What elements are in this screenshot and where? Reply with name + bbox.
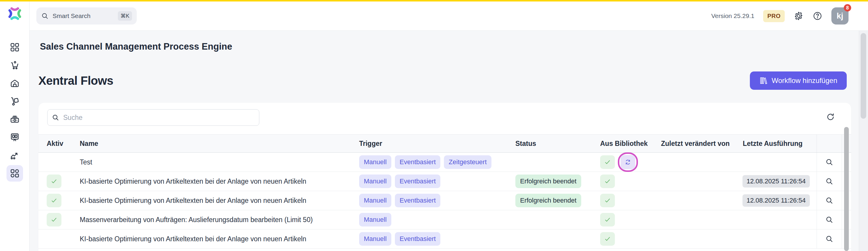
row-detail-search-button[interactable] xyxy=(823,213,836,226)
workflow-name: Massenverarbeitung von Aufträgen: Auslie… xyxy=(80,210,313,229)
column-header-zuletzt-ver-ndert-von: Zuletzt verändert von xyxy=(661,135,730,152)
page-header: Xentral Flows Workflow hinzufügen xyxy=(38,71,847,90)
cell-trigger: Manuell xyxy=(359,210,391,229)
library-books-icon xyxy=(759,76,768,85)
check-icon xyxy=(604,178,611,185)
sidebar-item-warehouse[interactable] xyxy=(6,75,23,92)
cell-letzte-ausfuehrung: 12.08.2025 11:26:54 xyxy=(743,191,810,210)
warehouse-icon xyxy=(10,78,20,88)
page-scrollbar[interactable] xyxy=(859,31,868,251)
cell-actions xyxy=(816,172,842,191)
trigger-chip: Manuell xyxy=(359,194,391,207)
column-header-letzte-ausf-hrung: Letzte Ausführung xyxy=(743,135,802,152)
row-detail-search-button[interactable] xyxy=(823,232,836,245)
cell-aus-bibliothek xyxy=(600,153,638,171)
xentral-logo-icon xyxy=(6,5,23,22)
gear-icon xyxy=(794,11,804,21)
sidebar-nav xyxy=(0,39,29,183)
workflow-name: Test xyxy=(80,153,92,171)
check-icon xyxy=(604,158,611,166)
help-button[interactable] xyxy=(812,11,823,21)
search-icon xyxy=(825,216,833,224)
pos-screen-icon xyxy=(10,132,20,142)
row-detail-search-button[interactable] xyxy=(823,194,836,207)
search-icon xyxy=(41,12,49,20)
active-check-toggle[interactable] xyxy=(46,194,61,207)
sidebar-item-dashboard-grid[interactable] xyxy=(6,39,23,56)
search-icon xyxy=(52,114,59,121)
workflow-name: KI-basierte Optimierung von Artikeltexte… xyxy=(80,229,306,248)
column-header-actions xyxy=(816,135,842,152)
active-check-toggle[interactable] xyxy=(46,175,61,188)
keyboard-shortcut-badge: ⌘K xyxy=(118,11,132,21)
workflow-row: Massenverarbeitung von Aufträgen: Auslie… xyxy=(38,210,851,229)
cell-aus-bibliothek xyxy=(600,172,615,191)
column-header-trigger: Trigger xyxy=(359,135,382,152)
status-badge: Erfolgreich beendet xyxy=(515,175,581,188)
workflow-row: TestManuellEventbasiertZeitgesteuert xyxy=(38,153,851,172)
cell-trigger: ManuellEventbasiert xyxy=(359,191,440,210)
sidebar-item-finance-banknote[interactable] xyxy=(6,111,23,128)
sidebar-item-flows[interactable] xyxy=(6,165,23,182)
workflow-row: KI-basierte Optimierung von Artikeltexte… xyxy=(38,172,851,191)
cell-letzte-ausfuehrung xyxy=(743,229,810,248)
check-icon xyxy=(50,216,58,223)
logistics-handtruck-icon xyxy=(10,96,20,106)
table-search-input[interactable] xyxy=(63,114,255,122)
library-check-badge xyxy=(600,155,615,169)
sidebar-item-logistics-handtruck[interactable] xyxy=(6,93,23,109)
column-header-name: Name xyxy=(80,135,98,152)
workflow-row: KI-basierte Optimierung von Artikeltexte… xyxy=(38,191,851,210)
annotation-highlight-ring xyxy=(618,152,638,172)
sales-cart-icon xyxy=(10,60,20,70)
sidebar-item-sales-cart[interactable] xyxy=(6,57,23,73)
trigger-chip: Manuell xyxy=(359,213,391,226)
trigger-chip: Manuell xyxy=(359,155,391,169)
search-icon xyxy=(52,114,59,121)
column-header-aus-bibliothek: Aus Bibliothek xyxy=(600,135,648,152)
search-icon xyxy=(41,12,49,20)
last-run-badge: 12.08.2025 11:26:54 xyxy=(742,194,810,207)
last-run-badge: 12.08.2025 11:26:54 xyxy=(742,175,810,188)
sidebar-item-analytics-trend[interactable] xyxy=(6,147,23,164)
top-accent-strip xyxy=(0,0,868,1)
row-detail-search-button[interactable] xyxy=(823,175,836,188)
column-header-status: Status xyxy=(515,135,536,152)
cell-actions xyxy=(816,153,842,171)
refresh-button[interactable] xyxy=(824,111,837,123)
library-sync-button[interactable] xyxy=(621,155,635,169)
topbar: Smart Search ⌘K Version 25.29.1 PRO kj 8 xyxy=(30,1,868,31)
cell-aktiv xyxy=(46,210,61,229)
gear-icon xyxy=(794,11,804,21)
notification-badge: 8 xyxy=(844,4,851,11)
workflows-panel: AktivNameTriggerStatusAus BibliothekZule… xyxy=(38,103,851,251)
cell-trigger: ManuellEventbasiert xyxy=(359,172,440,191)
user-menu[interactable]: kj 8 xyxy=(831,7,848,25)
xentral-logo[interactable] xyxy=(6,5,23,23)
smart-search-button[interactable]: Smart Search ⌘K xyxy=(36,7,137,25)
app-title: Sales Channel Management Process Engine xyxy=(40,41,232,52)
active-check-toggle[interactable] xyxy=(46,213,61,226)
row-detail-search-button[interactable] xyxy=(823,156,836,168)
library-check-badge xyxy=(600,194,615,207)
library-check-badge xyxy=(600,213,615,226)
check-icon xyxy=(604,197,611,205)
check-icon xyxy=(604,235,611,243)
cell-aus-bibliothek xyxy=(600,229,615,248)
trigger-chip: Eventbasiert xyxy=(395,232,440,246)
add-workflow-label: Workflow hinzufügen xyxy=(772,76,837,85)
cell-actions xyxy=(816,191,842,210)
trigger-chip: Manuell xyxy=(359,232,391,246)
refresh-icon xyxy=(826,113,835,121)
cell-letzte-ausfuehrung xyxy=(743,153,810,171)
check-icon xyxy=(604,216,611,223)
page-scrollbar-thumb[interactable] xyxy=(861,33,866,119)
workflow-name: KI-basierte Optimierung von Artikeltexte… xyxy=(80,172,306,191)
cell-actions xyxy=(816,229,842,248)
table-scrollbar-thumb[interactable] xyxy=(844,127,849,251)
add-workflow-button[interactable]: Workflow hinzufügen xyxy=(750,71,847,90)
settings-button[interactable] xyxy=(794,11,804,21)
search-icon xyxy=(825,177,833,185)
sidebar-item-pos-screen[interactable] xyxy=(6,129,23,146)
trigger-chip: Eventbasiert xyxy=(395,194,440,207)
